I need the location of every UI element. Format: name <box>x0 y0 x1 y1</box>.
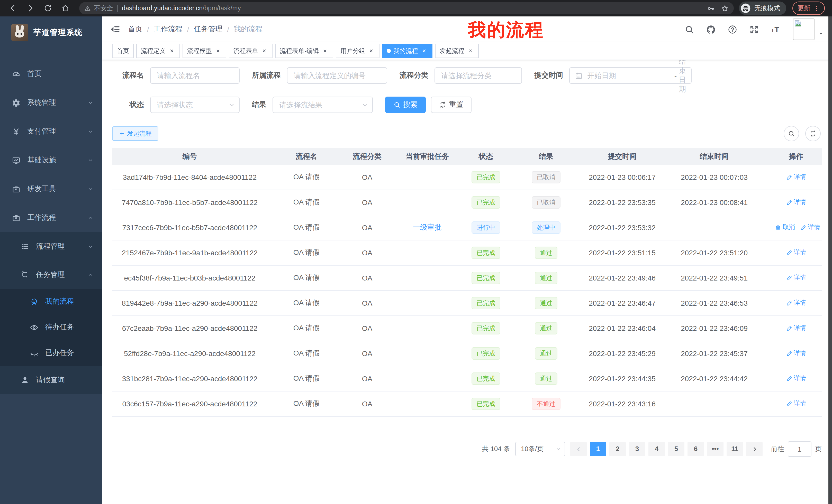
detail-action-link[interactable]: 详情 <box>786 299 806 307</box>
page-button-6[interactable]: 6 <box>687 442 704 456</box>
tab-process-form-edit[interactable]: 流程表单-编辑 × <box>275 44 333 58</box>
current-task-link[interactable]: 一级审批 <box>413 223 442 231</box>
address-bar[interactable]: 不安全 dashboard.yudao.iocoder.cn /bpm/task… <box>79 2 734 15</box>
close-icon[interactable]: × <box>368 47 375 54</box>
sidebar-item-done-tasks[interactable]: 已办任务 <box>0 340 102 366</box>
sidebar-item-system[interactable]: 系统管理 <box>0 88 102 117</box>
field-control[interactable]: - 结束日期 <box>569 67 692 84</box>
close-icon[interactable]: × <box>168 47 175 54</box>
caret-down-icon[interactable] <box>818 31 824 36</box>
sidebar-item-workflow[interactable]: 工作流程 <box>0 203 102 232</box>
page-button-4[interactable]: 4 <box>648 442 665 456</box>
forward-icon[interactable] <box>26 4 34 12</box>
tab-label: 发起流程 <box>440 47 464 55</box>
field-input[interactable] <box>440 71 516 80</box>
page-button-11[interactable]: 11 <box>727 442 743 456</box>
refresh-table-button[interactable] <box>805 126 821 141</box>
sidebar-item-todo-tasks[interactable]: 待办任务 <box>0 314 102 340</box>
close-icon[interactable]: × <box>467 47 474 54</box>
sidebar-item-leave-query[interactable]: 请假查询 <box>0 366 102 394</box>
sidebar-item-infrastructure[interactable]: 基础设施 <box>0 146 102 175</box>
field-control[interactable] <box>272 96 373 113</box>
show-search-button[interactable] <box>784 126 799 141</box>
detail-action-link[interactable]: 详情 <box>786 173 806 181</box>
page-button-5[interactable]: 5 <box>668 442 684 456</box>
menu-item-label: 待办任务 <box>45 323 74 332</box>
detail-action-link[interactable]: 详情 <box>786 374 806 383</box>
next-page-button[interactable] <box>746 442 762 456</box>
close-icon[interactable]: × <box>421 47 428 54</box>
breadcrumb-item[interactable]: 首页 <box>128 25 142 34</box>
field-input[interactable] <box>156 71 234 80</box>
start-process-button[interactable]: 发起流程 <box>112 127 158 141</box>
sidebar-item-my-process[interactable]: 我的流程 <box>0 289 102 314</box>
hamburger-icon[interactable] <box>110 24 120 34</box>
edit-icon <box>786 250 792 256</box>
help-icon[interactable] <box>728 24 737 34</box>
detail-action-link[interactable]: 详情 <box>786 198 806 207</box>
tab-user-group[interactable]: 用户分组 × <box>336 44 380 58</box>
detail-action-link[interactable]: 详情 <box>800 223 820 232</box>
reload-icon[interactable] <box>44 4 52 12</box>
reset-button[interactable]: 重置 <box>431 96 471 113</box>
sidebar-item-payment[interactable]: 支付管理 <box>0 117 102 146</box>
close-icon[interactable]: × <box>214 47 222 54</box>
tab-process-form[interactable]: 流程表单 × <box>229 44 272 58</box>
font-size-icon[interactable]: TT <box>771 24 781 34</box>
page-jump-input[interactable] <box>788 441 811 457</box>
cancel-action-link[interactable]: 取消 <box>775 223 795 232</box>
chrome-update-button[interactable]: 更新 <box>792 2 825 15</box>
end-date-placeholder[interactable]: 结束日期 <box>679 57 686 94</box>
field-input[interactable] <box>278 100 367 109</box>
sidebar-item-devtools[interactable]: 研发工具 <box>0 175 102 203</box>
home-icon[interactable] <box>61 4 70 12</box>
sidebar-item-home[interactable]: 首页 <box>0 60 102 88</box>
detail-action-link[interactable]: 详情 <box>786 399 806 408</box>
back-icon[interactable] <box>9 4 17 12</box>
breadcrumb-item[interactable]: 我的流程 <box>234 25 262 34</box>
field-control[interactable] <box>287 67 387 84</box>
fullscreen-icon[interactable] <box>749 24 759 34</box>
field-control[interactable] <box>435 67 522 84</box>
field-input[interactable] <box>156 100 234 109</box>
table-row: 67c2eaab-7b9a-11ec-a290-acde48001122 OA … <box>112 316 822 341</box>
sidebar-item-task-mgmt[interactable]: 任务管理 <box>0 260 102 289</box>
page-button-3[interactable]: 3 <box>629 442 645 456</box>
menu-item-label: 任务管理 <box>36 270 65 279</box>
tab-my-process[interactable]: 我的流程 × <box>382 44 433 58</box>
close-icon[interactable]: × <box>321 47 329 54</box>
action-label: 详情 <box>794 399 806 408</box>
search-button[interactable]: 搜索 <box>385 96 426 113</box>
cell-category: OA <box>345 265 389 290</box>
column-header: 流程名 <box>267 148 345 165</box>
detail-action-link[interactable]: 详情 <box>786 324 806 333</box>
kebab-menu-icon[interactable] <box>813 5 820 11</box>
detail-action-link[interactable]: 详情 <box>786 248 806 257</box>
star-icon[interactable] <box>721 4 729 12</box>
tab-home[interactable]: 首页 <box>112 44 134 58</box>
detail-action-link[interactable]: 详情 <box>786 274 806 282</box>
cell-submit-time: 2022-01-22 23:44:35 <box>586 366 658 391</box>
search-icon[interactable] <box>684 24 694 34</box>
field-input[interactable] <box>586 71 672 80</box>
tab-process-model[interactable]: 流程模型 × <box>183 44 226 58</box>
page-button-1[interactable]: 1 <box>590 442 606 456</box>
close-icon[interactable]: × <box>261 47 268 54</box>
page-size-select[interactable]: 10条/页 <box>515 442 565 456</box>
tab-process-definition[interactable]: 流程定义 × <box>136 44 180 58</box>
detail-action-link[interactable]: 详情 <box>786 349 806 358</box>
field-control[interactable] <box>150 96 240 113</box>
tab-start-process[interactable]: 发起流程 × <box>435 44 479 58</box>
page-button-2[interactable]: 2 <box>609 442 626 456</box>
breadcrumb-item[interactable]: 工作流程 <box>154 25 183 34</box>
field-input[interactable] <box>293 71 382 80</box>
key-icon[interactable] <box>707 4 715 12</box>
page-ellipsis[interactable]: ••• <box>707 442 724 456</box>
github-icon[interactable] <box>706 24 716 34</box>
prev-page-button[interactable] <box>570 442 587 456</box>
sidebar-item-process-mgmt[interactable]: 流程管理 <box>0 232 102 260</box>
user-avatar[interactable] <box>793 19 824 40</box>
field-control[interactable] <box>150 67 240 84</box>
breadcrumb-item[interactable]: 任务管理 <box>194 25 223 34</box>
browser-scrollbar[interactable] <box>828 17 832 504</box>
